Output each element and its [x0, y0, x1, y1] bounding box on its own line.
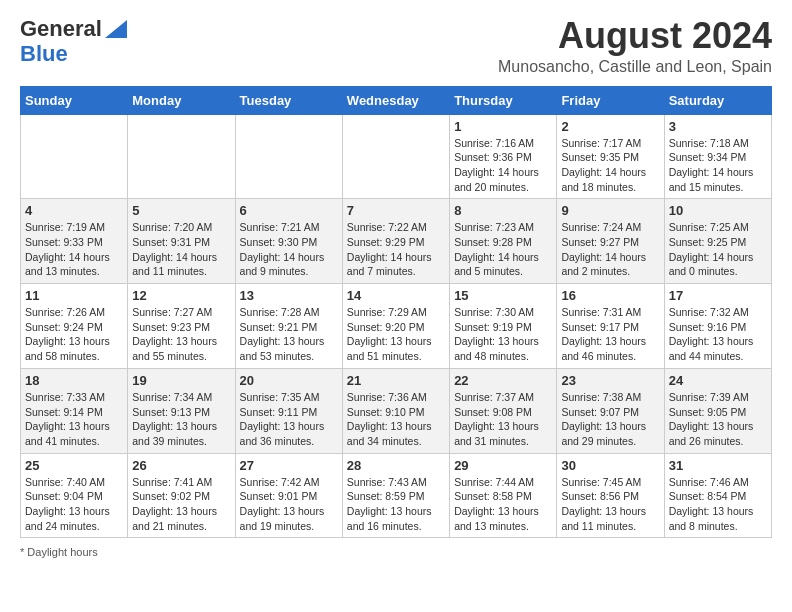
calendar-cell: 25Sunrise: 7:40 AM Sunset: 9:04 PM Dayli… [21, 453, 128, 538]
day-info: Sunrise: 7:29 AM Sunset: 9:20 PM Dayligh… [347, 305, 445, 364]
logo: General Blue [20, 16, 127, 66]
calendar-cell: 11Sunrise: 7:26 AM Sunset: 9:24 PM Dayli… [21, 284, 128, 369]
day-info: Sunrise: 7:26 AM Sunset: 9:24 PM Dayligh… [25, 305, 123, 364]
day-info: Sunrise: 7:38 AM Sunset: 9:07 PM Dayligh… [561, 390, 659, 449]
day-number: 14 [347, 288, 445, 303]
day-number: 18 [25, 373, 123, 388]
calendar-cell: 8Sunrise: 7:23 AM Sunset: 9:28 PM Daylig… [450, 199, 557, 284]
calendar-cell: 12Sunrise: 7:27 AM Sunset: 9:23 PM Dayli… [128, 284, 235, 369]
calendar-cell: 15Sunrise: 7:30 AM Sunset: 9:19 PM Dayli… [450, 284, 557, 369]
day-info: Sunrise: 7:22 AM Sunset: 9:29 PM Dayligh… [347, 220, 445, 279]
calendar-cell: 22Sunrise: 7:37 AM Sunset: 9:08 PM Dayli… [450, 368, 557, 453]
calendar-cell: 27Sunrise: 7:42 AM Sunset: 9:01 PM Dayli… [235, 453, 342, 538]
calendar-cell: 29Sunrise: 7:44 AM Sunset: 8:58 PM Dayli… [450, 453, 557, 538]
calendar-cell: 23Sunrise: 7:38 AM Sunset: 9:07 PM Dayli… [557, 368, 664, 453]
daylight-label: Daylight hours [27, 546, 97, 558]
day-info: Sunrise: 7:35 AM Sunset: 9:11 PM Dayligh… [240, 390, 338, 449]
calendar-cell: 20Sunrise: 7:35 AM Sunset: 9:11 PM Dayli… [235, 368, 342, 453]
calendar-cell: 30Sunrise: 7:45 AM Sunset: 8:56 PM Dayli… [557, 453, 664, 538]
day-info: Sunrise: 7:43 AM Sunset: 8:59 PM Dayligh… [347, 475, 445, 534]
day-info: Sunrise: 7:20 AM Sunset: 9:31 PM Dayligh… [132, 220, 230, 279]
logo-blue: Blue [20, 42, 68, 66]
calendar-cell [342, 114, 449, 199]
day-number: 22 [454, 373, 552, 388]
day-number: 12 [132, 288, 230, 303]
calendar-cell: 10Sunrise: 7:25 AM Sunset: 9:25 PM Dayli… [664, 199, 771, 284]
page-title: August 2024 [498, 16, 772, 56]
day-info: Sunrise: 7:37 AM Sunset: 9:08 PM Dayligh… [454, 390, 552, 449]
day-number: 17 [669, 288, 767, 303]
day-info: Sunrise: 7:17 AM Sunset: 9:35 PM Dayligh… [561, 136, 659, 195]
logo-triangle-icon [105, 20, 127, 42]
day-number: 11 [25, 288, 123, 303]
day-info: Sunrise: 7:16 AM Sunset: 9:36 PM Dayligh… [454, 136, 552, 195]
day-number: 10 [669, 203, 767, 218]
calendar-cell: 5Sunrise: 7:20 AM Sunset: 9:31 PM Daylig… [128, 199, 235, 284]
day-info: Sunrise: 7:34 AM Sunset: 9:13 PM Dayligh… [132, 390, 230, 449]
day-number: 29 [454, 458, 552, 473]
weekday-header-wednesday: Wednesday [342, 86, 449, 114]
day-number: 31 [669, 458, 767, 473]
day-number: 25 [25, 458, 123, 473]
day-info: Sunrise: 7:25 AM Sunset: 9:25 PM Dayligh… [669, 220, 767, 279]
location-subtitle: Munosancho, Castille and Leon, Spain [498, 58, 772, 76]
day-number: 5 [132, 203, 230, 218]
calendar-cell: 26Sunrise: 7:41 AM Sunset: 9:02 PM Dayli… [128, 453, 235, 538]
calendar-cell: 21Sunrise: 7:36 AM Sunset: 9:10 PM Dayli… [342, 368, 449, 453]
day-number: 26 [132, 458, 230, 473]
day-number: 16 [561, 288, 659, 303]
weekday-header-monday: Monday [128, 86, 235, 114]
day-info: Sunrise: 7:42 AM Sunset: 9:01 PM Dayligh… [240, 475, 338, 534]
calendar-header: SundayMondayTuesdayWednesdayThursdayFrid… [21, 86, 772, 114]
day-info: Sunrise: 7:23 AM Sunset: 9:28 PM Dayligh… [454, 220, 552, 279]
day-number: 9 [561, 203, 659, 218]
day-number: 8 [454, 203, 552, 218]
day-number: 7 [347, 203, 445, 218]
day-info: Sunrise: 7:41 AM Sunset: 9:02 PM Dayligh… [132, 475, 230, 534]
day-info: Sunrise: 7:44 AM Sunset: 8:58 PM Dayligh… [454, 475, 552, 534]
title-area: August 2024 Munosancho, Castille and Leo… [498, 16, 772, 76]
calendar-cell: 17Sunrise: 7:32 AM Sunset: 9:16 PM Dayli… [664, 284, 771, 369]
calendar-cell: 31Sunrise: 7:46 AM Sunset: 8:54 PM Dayli… [664, 453, 771, 538]
calendar-cell: 28Sunrise: 7:43 AM Sunset: 8:59 PM Dayli… [342, 453, 449, 538]
day-number: 2 [561, 119, 659, 134]
weekday-header-saturday: Saturday [664, 86, 771, 114]
day-info: Sunrise: 7:24 AM Sunset: 9:27 PM Dayligh… [561, 220, 659, 279]
day-info: Sunrise: 7:45 AM Sunset: 8:56 PM Dayligh… [561, 475, 659, 534]
day-info: Sunrise: 7:30 AM Sunset: 9:19 PM Dayligh… [454, 305, 552, 364]
calendar-cell: 14Sunrise: 7:29 AM Sunset: 9:20 PM Dayli… [342, 284, 449, 369]
calendar-cell [21, 114, 128, 199]
day-info: Sunrise: 7:27 AM Sunset: 9:23 PM Dayligh… [132, 305, 230, 364]
day-info: Sunrise: 7:28 AM Sunset: 9:21 PM Dayligh… [240, 305, 338, 364]
calendar-cell: 13Sunrise: 7:28 AM Sunset: 9:21 PM Dayli… [235, 284, 342, 369]
day-number: 20 [240, 373, 338, 388]
day-info: Sunrise: 7:39 AM Sunset: 9:05 PM Dayligh… [669, 390, 767, 449]
calendar-cell: 2Sunrise: 7:17 AM Sunset: 9:35 PM Daylig… [557, 114, 664, 199]
day-info: Sunrise: 7:21 AM Sunset: 9:30 PM Dayligh… [240, 220, 338, 279]
day-info: Sunrise: 7:36 AM Sunset: 9:10 PM Dayligh… [347, 390, 445, 449]
calendar-cell [235, 114, 342, 199]
calendar-cell: 24Sunrise: 7:39 AM Sunset: 9:05 PM Dayli… [664, 368, 771, 453]
logo-general: General [20, 17, 102, 41]
calendar-cell: 16Sunrise: 7:31 AM Sunset: 9:17 PM Dayli… [557, 284, 664, 369]
weekday-header-friday: Friday [557, 86, 664, 114]
calendar-cell: 7Sunrise: 7:22 AM Sunset: 9:29 PM Daylig… [342, 199, 449, 284]
header: General Blue August 2024 Munosancho, Cas… [20, 16, 772, 76]
day-number: 4 [25, 203, 123, 218]
weekday-header-sunday: Sunday [21, 86, 128, 114]
day-number: 19 [132, 373, 230, 388]
day-number: 30 [561, 458, 659, 473]
calendar-cell: 4Sunrise: 7:19 AM Sunset: 9:33 PM Daylig… [21, 199, 128, 284]
calendar-cell: 9Sunrise: 7:24 AM Sunset: 9:27 PM Daylig… [557, 199, 664, 284]
day-number: 13 [240, 288, 338, 303]
calendar-cell: 6Sunrise: 7:21 AM Sunset: 9:30 PM Daylig… [235, 199, 342, 284]
day-number: 23 [561, 373, 659, 388]
day-info: Sunrise: 7:33 AM Sunset: 9:14 PM Dayligh… [25, 390, 123, 449]
day-info: Sunrise: 7:32 AM Sunset: 9:16 PM Dayligh… [669, 305, 767, 364]
day-info: Sunrise: 7:18 AM Sunset: 9:34 PM Dayligh… [669, 136, 767, 195]
day-number: 15 [454, 288, 552, 303]
weekday-header-tuesday: Tuesday [235, 86, 342, 114]
day-number: 1 [454, 119, 552, 134]
calendar: SundayMondayTuesdayWednesdayThursdayFrid… [20, 86, 772, 539]
day-number: 28 [347, 458, 445, 473]
